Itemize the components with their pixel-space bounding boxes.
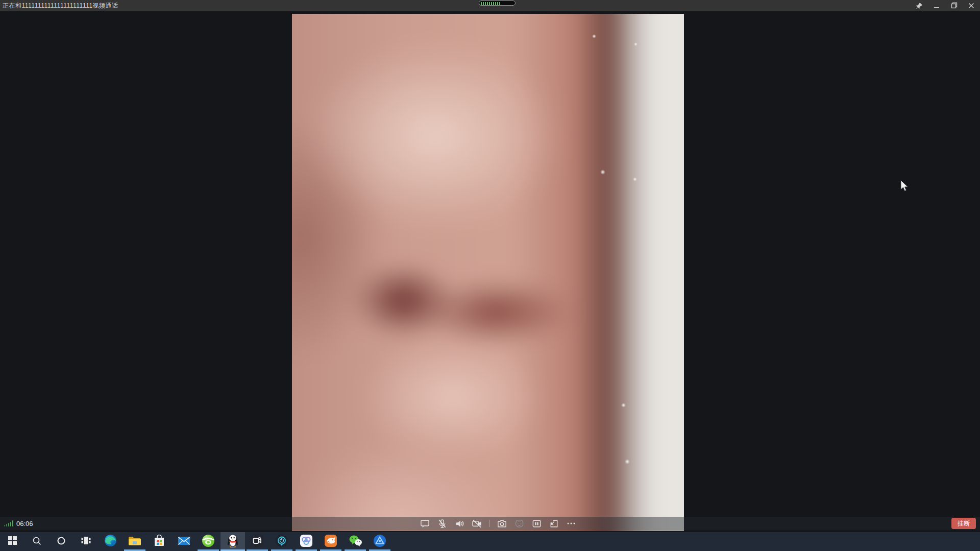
mail-icon (178, 536, 190, 548)
windows-logo-icon (8, 536, 17, 547)
microphone-muted-button[interactable] (437, 518, 447, 529)
annotate-button[interactable] (549, 518, 559, 529)
taskbar-item-douyu[interactable] (318, 532, 343, 551)
taskbar-item-wechat[interactable] (343, 532, 368, 551)
taskbar-item-qq[interactable] (220, 532, 245, 551)
close-button[interactable] (963, 0, 980, 11)
taskbar: A S 15:00 周四 2021/5/6 2 (0, 532, 980, 551)
taskbar-item-store[interactable] (147, 532, 172, 551)
video-speck (600, 170, 605, 175)
taskbar-search-button[interactable] (24, 532, 49, 551)
wechat-icon (349, 535, 362, 549)
network-quality-fill (481, 2, 501, 5)
file-explorer-icon (128, 535, 141, 548)
remote-video-feed (292, 14, 684, 531)
taskbar-item-edge[interactable] (98, 532, 122, 551)
desktop-screen: 正在和1111111111111111111111视频通话 (0, 0, 980, 551)
video-speck (592, 34, 596, 38)
call-toolbar (420, 517, 576, 530)
video-speck (621, 403, 626, 408)
task-view-button[interactable] (74, 532, 98, 551)
toolbar-divider (489, 520, 489, 527)
taskbar-item-recorder-app[interactable] (270, 532, 294, 551)
more-icon (567, 519, 576, 528)
store-icon (154, 535, 165, 549)
call-window-titlebar: 正在和1111111111111111111111视频通话 (0, 0, 980, 11)
recorder-app-icon (275, 534, 288, 549)
taskbar-item-green-ball-app[interactable] (196, 532, 220, 551)
taskbar-item-knot-app[interactable] (294, 532, 318, 551)
more-button[interactable] (566, 518, 576, 529)
taskbar-item-blue-triangle-app[interactable] (368, 532, 392, 551)
douyu-icon (324, 534, 337, 549)
hangup-button[interactable]: 挂断 (951, 518, 976, 529)
speaker-button[interactable] (454, 518, 464, 529)
edge-icon (104, 534, 117, 549)
voov-meeting-icon (251, 534, 264, 549)
video-speck (634, 42, 638, 46)
search-icon (32, 536, 41, 547)
blue-triangle-app-icon (373, 534, 386, 549)
minimize-button[interactable] (928, 0, 945, 11)
window-controls (911, 0, 980, 11)
speaker-icon (455, 519, 464, 529)
task-view-icon (81, 536, 91, 547)
camera-off-icon (472, 519, 482, 529)
pip-layout-button[interactable] (531, 518, 542, 529)
call-control-bar: 06:06 (0, 517, 980, 530)
green-ball-app-icon (202, 534, 215, 549)
qq-icon (226, 534, 239, 550)
camera-off-button[interactable] (472, 518, 482, 529)
taskbar-items (0, 532, 392, 551)
close-icon (968, 3, 974, 9)
screenshot-button[interactable] (497, 518, 507, 529)
taskbar-item-voov-meeting[interactable] (245, 532, 270, 551)
beauty-face-button[interactable] (514, 518, 524, 529)
knot-app-icon (300, 534, 313, 549)
beauty-face-icon (514, 519, 524, 529)
taskbar-item-file-explorer[interactable] (122, 532, 147, 551)
window-title: 正在和1111111111111111111111视频通话 (3, 2, 118, 10)
cortana-button[interactable] (49, 532, 74, 551)
pin-button[interactable] (911, 0, 928, 11)
chat-icon (420, 519, 430, 529)
call-duration-group: 06:06 (4, 517, 33, 530)
start-button[interactable] (0, 532, 24, 551)
annotate-icon (549, 519, 559, 529)
restore-button[interactable] (945, 0, 963, 11)
network-quality-meter (479, 1, 516, 6)
screenshot-icon (497, 519, 507, 529)
mic-muted-icon (437, 519, 447, 529)
video-speck (633, 177, 637, 181)
call-duration: 06:06 (16, 520, 33, 528)
video-speck (625, 459, 630, 464)
signal-bars-icon (4, 520, 13, 526)
minimize-icon (934, 3, 940, 9)
pip-layout-icon (532, 519, 542, 529)
taskbar-item-mail[interactable] (172, 532, 196, 551)
cortana-ring-icon (57, 536, 66, 547)
video-content (292, 14, 684, 531)
restore-icon (951, 2, 958, 9)
call-window-body: 06:06 (0, 11, 980, 532)
pin-icon (916, 2, 923, 9)
chat-button[interactable] (420, 518, 430, 529)
